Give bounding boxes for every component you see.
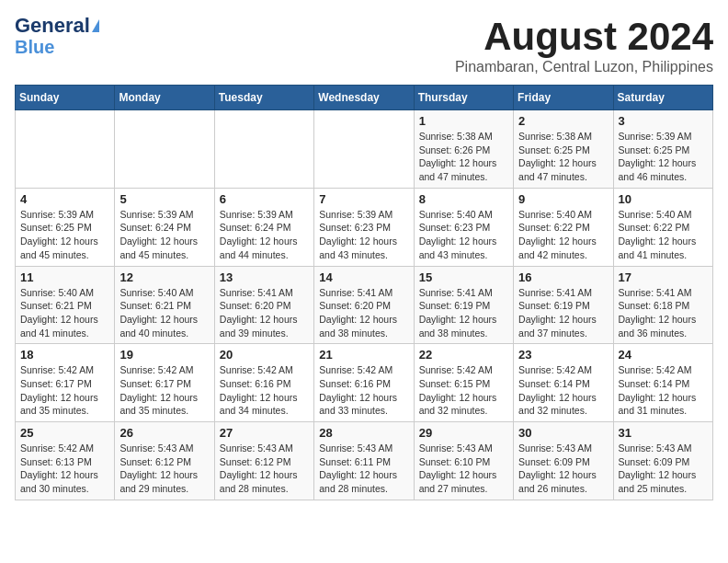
calendar-cell: 30Sunrise: 5:43 AM Sunset: 6:09 PM Dayli… — [514, 422, 613, 500]
day-number: 13 — [220, 270, 309, 284]
day-info: Sunrise: 5:42 AM Sunset: 6:13 PM Dayligh… — [20, 442, 109, 496]
calendar-cell: 1Sunrise: 5:38 AM Sunset: 6:26 PM Daylig… — [414, 110, 513, 189]
day-number: 12 — [119, 270, 209, 284]
calendar-cell: 20Sunrise: 5:42 AM Sunset: 6:16 PM Dayli… — [214, 344, 313, 422]
day-number: 10 — [619, 192, 708, 206]
day-info: Sunrise: 5:40 AM Sunset: 6:22 PM Dayligh… — [518, 208, 608, 262]
day-info: Sunrise: 5:39 AM Sunset: 6:24 PM Dayligh… — [119, 208, 209, 262]
calendar-cell: 15Sunrise: 5:41 AM Sunset: 6:19 PM Dayli… — [414, 266, 513, 344]
day-info: Sunrise: 5:42 AM Sunset: 6:17 PM Dayligh… — [20, 363, 109, 418]
logo-triangle-icon — [92, 19, 99, 32]
calendar-cell: 9Sunrise: 5:40 AM Sunset: 6:22 PM Daylig… — [514, 188, 613, 266]
calendar-cell: 29Sunrise: 5:43 AM Sunset: 6:10 PM Dayli… — [414, 422, 513, 500]
day-info: Sunrise: 5:39 AM Sunset: 6:25 PM Dayligh… — [619, 130, 708, 184]
calendar-cell: 23Sunrise: 5:42 AM Sunset: 6:14 PM Dayli… — [514, 344, 613, 422]
day-of-week-header: Tuesday — [214, 86, 313, 110]
day-number: 16 — [518, 270, 608, 284]
calendar-cell: 12Sunrise: 5:40 AM Sunset: 6:21 PM Dayli… — [115, 266, 214, 344]
day-info: Sunrise: 5:39 AM Sunset: 6:24 PM Dayligh… — [220, 208, 309, 262]
day-info: Sunrise: 5:38 AM Sunset: 6:26 PM Dayligh… — [419, 130, 508, 184]
day-info: Sunrise: 5:41 AM Sunset: 6:19 PM Dayligh… — [518, 286, 608, 340]
calendar-cell: 2Sunrise: 5:38 AM Sunset: 6:25 PM Daylig… — [514, 110, 613, 189]
calendar-cell: 19Sunrise: 5:42 AM Sunset: 6:17 PM Dayli… — [115, 344, 214, 422]
day-info: Sunrise: 5:42 AM Sunset: 6:15 PM Dayligh… — [419, 363, 508, 418]
page-header: General Blue August 2024 Pinambaran, Cen… — [15, 15, 713, 75]
day-number: 19 — [119, 348, 209, 362]
day-info: Sunrise: 5:42 AM Sunset: 6:16 PM Dayligh… — [319, 363, 408, 418]
calendar-cell: 26Sunrise: 5:43 AM Sunset: 6:12 PM Dayli… — [115, 422, 214, 500]
calendar-week-row: 4Sunrise: 5:39 AM Sunset: 6:25 PM Daylig… — [16, 188, 713, 266]
day-of-week-header: Wednesday — [314, 86, 414, 110]
calendar-cell: 11Sunrise: 5:40 AM Sunset: 6:21 PM Dayli… — [16, 266, 115, 344]
day-number: 9 — [518, 192, 608, 206]
day-info: Sunrise: 5:42 AM Sunset: 6:17 PM Dayligh… — [119, 363, 209, 418]
day-info: Sunrise: 5:41 AM Sunset: 6:20 PM Dayligh… — [319, 286, 408, 340]
day-of-week-header: Thursday — [414, 86, 513, 110]
day-number: 3 — [619, 114, 708, 128]
day-info: Sunrise: 5:41 AM Sunset: 6:18 PM Dayligh… — [619, 286, 708, 340]
day-number: 8 — [419, 192, 508, 206]
calendar-cell: 22Sunrise: 5:42 AM Sunset: 6:15 PM Dayli… — [414, 344, 513, 422]
calendar-cell — [115, 110, 214, 189]
day-info: Sunrise: 5:41 AM Sunset: 6:19 PM Dayligh… — [419, 286, 508, 340]
day-number: 6 — [220, 192, 309, 206]
day-of-week-header: Saturday — [613, 86, 712, 110]
day-info: Sunrise: 5:42 AM Sunset: 6:14 PM Dayligh… — [518, 363, 608, 418]
calendar-cell: 7Sunrise: 5:39 AM Sunset: 6:23 PM Daylig… — [314, 188, 414, 266]
day-number: 4 — [20, 192, 109, 206]
calendar-cell: 13Sunrise: 5:41 AM Sunset: 6:20 PM Dayli… — [214, 266, 313, 344]
title-block: August 2024 Pinambaran, Central Luzon, P… — [455, 15, 713, 75]
day-info: Sunrise: 5:40 AM Sunset: 6:22 PM Dayligh… — [619, 208, 708, 262]
day-info: Sunrise: 5:43 AM Sunset: 6:11 PM Dayligh… — [319, 442, 408, 496]
calendar-cell: 5Sunrise: 5:39 AM Sunset: 6:24 PM Daylig… — [115, 188, 214, 266]
calendar-cell: 6Sunrise: 5:39 AM Sunset: 6:24 PM Daylig… — [214, 188, 313, 266]
day-info: Sunrise: 5:43 AM Sunset: 6:12 PM Dayligh… — [119, 442, 209, 496]
logo-text-general: General — [15, 15, 90, 37]
day-info: Sunrise: 5:39 AM Sunset: 6:23 PM Dayligh… — [319, 208, 408, 262]
calendar-table: SundayMondayTuesdayWednesdayThursdayFrid… — [15, 85, 713, 500]
day-number: 29 — [419, 426, 508, 440]
day-number: 18 — [20, 348, 109, 362]
day-number: 23 — [518, 348, 608, 362]
day-number: 26 — [119, 426, 209, 440]
day-info: Sunrise: 5:41 AM Sunset: 6:20 PM Dayligh… — [220, 286, 309, 340]
day-number: 11 — [20, 270, 109, 284]
calendar-cell: 31Sunrise: 5:43 AM Sunset: 6:09 PM Dayli… — [613, 422, 712, 500]
day-info: Sunrise: 5:40 AM Sunset: 6:23 PM Dayligh… — [419, 208, 508, 262]
page-title: August 2024 — [455, 15, 713, 59]
calendar-cell — [314, 110, 414, 189]
day-number: 21 — [319, 348, 408, 362]
days-of-week-row: SundayMondayTuesdayWednesdayThursdayFrid… — [16, 86, 713, 110]
calendar-cell: 27Sunrise: 5:43 AM Sunset: 6:12 PM Dayli… — [214, 422, 313, 500]
day-of-week-header: Friday — [514, 86, 613, 110]
day-number: 22 — [419, 348, 508, 362]
day-info: Sunrise: 5:39 AM Sunset: 6:25 PM Dayligh… — [20, 208, 109, 262]
day-number: 7 — [319, 192, 408, 206]
day-info: Sunrise: 5:43 AM Sunset: 6:10 PM Dayligh… — [419, 442, 508, 496]
logo: General Blue — [15, 15, 99, 57]
day-number: 28 — [319, 426, 408, 440]
day-info: Sunrise: 5:40 AM Sunset: 6:21 PM Dayligh… — [119, 286, 209, 340]
calendar-cell: 18Sunrise: 5:42 AM Sunset: 6:17 PM Dayli… — [16, 344, 115, 422]
calendar-cell: 10Sunrise: 5:40 AM Sunset: 6:22 PM Dayli… — [613, 188, 712, 266]
day-number: 25 — [20, 426, 109, 440]
day-number: 20 — [220, 348, 309, 362]
calendar-cell: 3Sunrise: 5:39 AM Sunset: 6:25 PM Daylig… — [613, 110, 712, 189]
calendar-cell: 17Sunrise: 5:41 AM Sunset: 6:18 PM Dayli… — [613, 266, 712, 344]
calendar-week-row: 11Sunrise: 5:40 AM Sunset: 6:21 PM Dayli… — [16, 266, 713, 344]
calendar-cell: 21Sunrise: 5:42 AM Sunset: 6:16 PM Dayli… — [314, 344, 414, 422]
day-number: 31 — [619, 426, 708, 440]
day-info: Sunrise: 5:42 AM Sunset: 6:16 PM Dayligh… — [220, 363, 309, 418]
calendar-cell: 14Sunrise: 5:41 AM Sunset: 6:20 PM Dayli… — [314, 266, 414, 344]
calendar-cell: 4Sunrise: 5:39 AM Sunset: 6:25 PM Daylig… — [16, 188, 115, 266]
day-info: Sunrise: 5:43 AM Sunset: 6:09 PM Dayligh… — [518, 442, 608, 496]
calendar-cell — [16, 110, 115, 189]
calendar-cell: 8Sunrise: 5:40 AM Sunset: 6:23 PM Daylig… — [414, 188, 513, 266]
calendar-header: SundayMondayTuesdayWednesdayThursdayFrid… — [16, 86, 713, 110]
day-number: 14 — [319, 270, 408, 284]
calendar-week-row: 25Sunrise: 5:42 AM Sunset: 6:13 PM Dayli… — [16, 422, 713, 500]
day-number: 15 — [419, 270, 508, 284]
calendar-cell: 25Sunrise: 5:42 AM Sunset: 6:13 PM Dayli… — [16, 422, 115, 500]
day-info: Sunrise: 5:43 AM Sunset: 6:09 PM Dayligh… — [619, 442, 708, 496]
calendar-cell: 24Sunrise: 5:42 AM Sunset: 6:14 PM Dayli… — [613, 344, 712, 422]
